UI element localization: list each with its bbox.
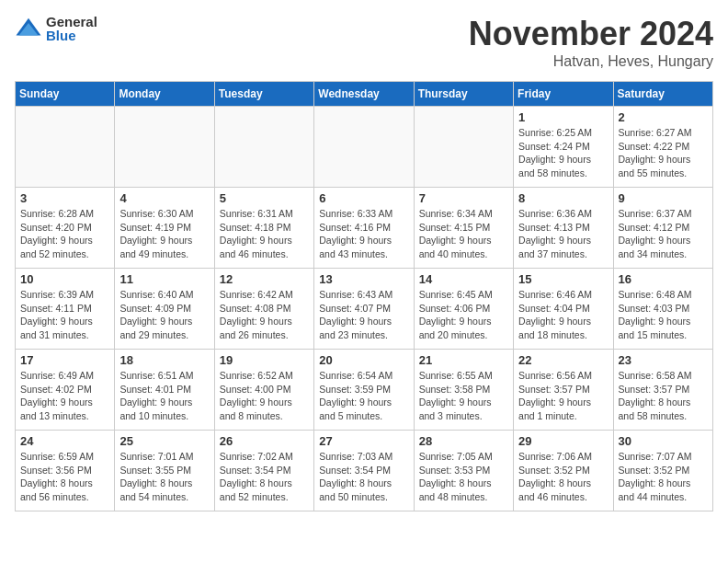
- page-header: General Blue November 2024 Hatvan, Heves…: [15, 15, 713, 70]
- day-info: Sunrise: 6:46 AM Sunset: 4:04 PM Dayligh…: [518, 288, 608, 342]
- calendar-cell: 22Sunrise: 6:56 AM Sunset: 3:57 PM Dayli…: [514, 350, 613, 431]
- day-number: 20: [319, 353, 408, 367]
- calendar-week-row: 24Sunrise: 6:59 AM Sunset: 3:56 PM Dayli…: [16, 431, 713, 511]
- day-header-wednesday: Wednesday: [314, 82, 414, 107]
- day-number: 17: [20, 353, 109, 367]
- day-info: Sunrise: 6:37 AM Sunset: 4:12 PM Dayligh…: [619, 207, 708, 261]
- calendar-cell: 16Sunrise: 6:48 AM Sunset: 4:03 PM Dayli…: [613, 269, 712, 350]
- location-title: Hatvan, Heves, Hungary: [469, 53, 713, 70]
- day-info: Sunrise: 6:34 AM Sunset: 4:15 PM Dayligh…: [419, 207, 508, 261]
- day-header-monday: Monday: [115, 82, 214, 107]
- day-number: 23: [619, 353, 708, 367]
- calendar-cell: 10Sunrise: 6:39 AM Sunset: 4:11 PM Dayli…: [16, 269, 115, 350]
- logo-general: General: [46, 15, 97, 29]
- calendar-cell: 29Sunrise: 7:06 AM Sunset: 3:52 PM Dayli…: [514, 431, 613, 511]
- calendar-cell: [414, 107, 513, 188]
- day-number: 11: [119, 272, 209, 286]
- day-info: Sunrise: 6:48 AM Sunset: 4:03 PM Dayligh…: [619, 288, 708, 342]
- calendar-cell: 13Sunrise: 6:43 AM Sunset: 4:07 PM Dayli…: [314, 269, 414, 350]
- day-info: Sunrise: 6:51 AM Sunset: 4:01 PM Dayligh…: [119, 369, 209, 423]
- day-number: 1: [518, 110, 608, 124]
- day-info: Sunrise: 7:07 AM Sunset: 3:52 PM Dayligh…: [619, 450, 708, 504]
- day-number: 21: [419, 353, 508, 367]
- day-info: Sunrise: 6:55 AM Sunset: 3:58 PM Dayligh…: [419, 369, 508, 423]
- calendar-table: SundayMondayTuesdayWednesdayThursdayFrid…: [15, 81, 713, 511]
- day-number: 30: [619, 434, 708, 448]
- logo-text: General Blue: [46, 15, 97, 42]
- calendar-cell: 2Sunrise: 6:27 AM Sunset: 4:22 PM Daylig…: [613, 107, 712, 188]
- day-number: 27: [319, 434, 408, 448]
- day-number: 3: [20, 191, 109, 205]
- day-info: Sunrise: 7:03 AM Sunset: 3:54 PM Dayligh…: [319, 450, 408, 504]
- day-number: 10: [20, 272, 109, 286]
- calendar-cell: 5Sunrise: 6:31 AM Sunset: 4:18 PM Daylig…: [214, 188, 313, 269]
- day-info: Sunrise: 6:25 AM Sunset: 4:24 PM Dayligh…: [518, 126, 608, 180]
- day-info: Sunrise: 6:59 AM Sunset: 3:56 PM Dayligh…: [20, 450, 109, 504]
- calendar-week-row: 3Sunrise: 6:28 AM Sunset: 4:20 PM Daylig…: [16, 188, 713, 269]
- day-number: 7: [419, 191, 508, 205]
- calendar-cell: 20Sunrise: 6:54 AM Sunset: 3:59 PM Dayli…: [314, 350, 414, 431]
- day-info: Sunrise: 6:58 AM Sunset: 3:57 PM Dayligh…: [619, 369, 708, 423]
- day-number: 19: [220, 353, 309, 367]
- day-info: Sunrise: 6:42 AM Sunset: 4:08 PM Dayligh…: [220, 288, 309, 342]
- logo-blue: Blue: [46, 29, 97, 42]
- day-number: 13: [319, 272, 408, 286]
- day-number: 24: [20, 434, 109, 448]
- day-number: 12: [220, 272, 309, 286]
- calendar-cell: 9Sunrise: 6:37 AM Sunset: 4:12 PM Daylig…: [613, 188, 712, 269]
- calendar-cell: 19Sunrise: 6:52 AM Sunset: 4:00 PM Dayli…: [214, 350, 313, 431]
- calendar-cell: 30Sunrise: 7:07 AM Sunset: 3:52 PM Dayli…: [613, 431, 712, 511]
- calendar-cell: 24Sunrise: 6:59 AM Sunset: 3:56 PM Dayli…: [16, 431, 115, 511]
- calendar-cell: 12Sunrise: 6:42 AM Sunset: 4:08 PM Dayli…: [214, 269, 313, 350]
- calendar-cell: 17Sunrise: 6:49 AM Sunset: 4:02 PM Dayli…: [16, 350, 115, 431]
- day-info: Sunrise: 6:39 AM Sunset: 4:11 PM Dayligh…: [20, 288, 109, 342]
- calendar-week-row: 17Sunrise: 6:49 AM Sunset: 4:02 PM Dayli…: [16, 350, 713, 431]
- calendar-cell: 11Sunrise: 6:40 AM Sunset: 4:09 PM Dayli…: [115, 269, 214, 350]
- month-title: November 2024: [469, 15, 713, 53]
- day-number: 6: [319, 191, 408, 205]
- day-info: Sunrise: 6:56 AM Sunset: 3:57 PM Dayligh…: [518, 369, 608, 423]
- day-number: 2: [619, 110, 708, 124]
- day-header-tuesday: Tuesday: [214, 82, 313, 107]
- day-number: 15: [518, 272, 608, 286]
- logo: General Blue: [15, 15, 97, 42]
- day-info: Sunrise: 7:06 AM Sunset: 3:52 PM Dayligh…: [518, 450, 608, 504]
- calendar-cell: 4Sunrise: 6:30 AM Sunset: 4:19 PM Daylig…: [115, 188, 214, 269]
- day-number: 16: [619, 272, 708, 286]
- day-info: Sunrise: 6:33 AM Sunset: 4:16 PM Dayligh…: [319, 207, 408, 261]
- calendar-cell: [16, 107, 115, 188]
- day-info: Sunrise: 7:05 AM Sunset: 3:53 PM Dayligh…: [419, 450, 508, 504]
- day-number: 25: [119, 434, 209, 448]
- day-number: 4: [119, 191, 209, 205]
- day-number: 22: [518, 353, 608, 367]
- day-number: 29: [518, 434, 608, 448]
- calendar-cell: 3Sunrise: 6:28 AM Sunset: 4:20 PM Daylig…: [16, 188, 115, 269]
- day-number: 5: [220, 191, 309, 205]
- day-number: 26: [220, 434, 309, 448]
- calendar-cell: [314, 107, 414, 188]
- day-info: Sunrise: 6:52 AM Sunset: 4:00 PM Dayligh…: [220, 369, 309, 423]
- day-number: 9: [619, 191, 708, 205]
- day-header-thursday: Thursday: [414, 82, 513, 107]
- calendar-week-row: 1Sunrise: 6:25 AM Sunset: 4:24 PM Daylig…: [16, 107, 713, 188]
- day-info: Sunrise: 6:45 AM Sunset: 4:06 PM Dayligh…: [419, 288, 508, 342]
- day-info: Sunrise: 6:43 AM Sunset: 4:07 PM Dayligh…: [319, 288, 408, 342]
- day-info: Sunrise: 7:02 AM Sunset: 3:54 PM Dayligh…: [220, 450, 309, 504]
- day-info: Sunrise: 6:54 AM Sunset: 3:59 PM Dayligh…: [319, 369, 408, 423]
- calendar-cell: 23Sunrise: 6:58 AM Sunset: 3:57 PM Dayli…: [613, 350, 712, 431]
- calendar-cell: 26Sunrise: 7:02 AM Sunset: 3:54 PM Dayli…: [214, 431, 313, 511]
- calendar-cell: 27Sunrise: 7:03 AM Sunset: 3:54 PM Dayli…: [314, 431, 414, 511]
- day-info: Sunrise: 6:36 AM Sunset: 4:13 PM Dayligh…: [518, 207, 608, 261]
- day-header-sunday: Sunday: [16, 82, 115, 107]
- calendar-cell: [115, 107, 214, 188]
- day-info: Sunrise: 6:31 AM Sunset: 4:18 PM Dayligh…: [220, 207, 309, 261]
- day-number: 8: [518, 191, 608, 205]
- day-info: Sunrise: 6:27 AM Sunset: 4:22 PM Dayligh…: [619, 126, 708, 180]
- calendar-cell: 25Sunrise: 7:01 AM Sunset: 3:55 PM Dayli…: [115, 431, 214, 511]
- day-info: Sunrise: 6:49 AM Sunset: 4:02 PM Dayligh…: [20, 369, 109, 423]
- day-info: Sunrise: 6:28 AM Sunset: 4:20 PM Dayligh…: [20, 207, 109, 261]
- calendar-cell: 28Sunrise: 7:05 AM Sunset: 3:53 PM Dayli…: [414, 431, 513, 511]
- day-header-saturday: Saturday: [613, 82, 712, 107]
- logo-icon: [15, 15, 42, 42]
- calendar-cell: 18Sunrise: 6:51 AM Sunset: 4:01 PM Dayli…: [115, 350, 214, 431]
